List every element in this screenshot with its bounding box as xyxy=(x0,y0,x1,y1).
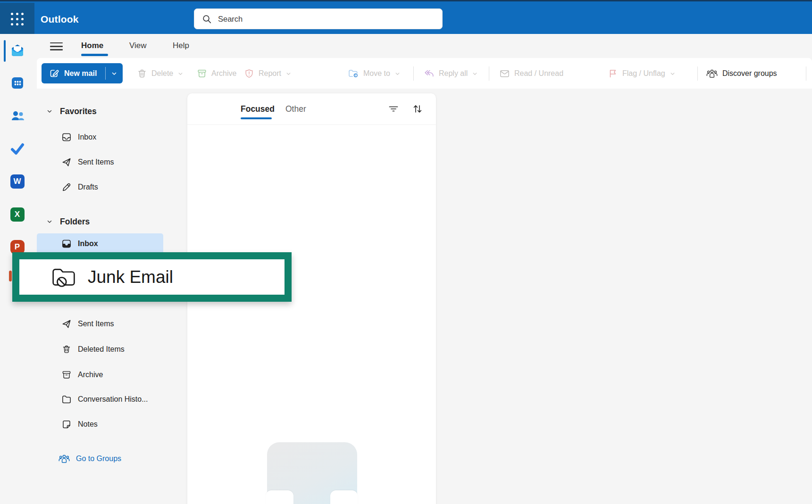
drafts-pen-icon xyxy=(61,182,72,192)
active-tab-underline xyxy=(81,54,108,56)
toolbar-divider xyxy=(413,66,414,81)
hamburger-icon xyxy=(50,42,63,50)
app-title: Outlook xyxy=(41,3,79,35)
rail-item-people[interactable] xyxy=(0,108,34,124)
archive-icon xyxy=(197,68,207,79)
folders-item-conversation-history[interactable]: Conversation Histo... xyxy=(61,392,148,406)
compose-icon xyxy=(49,68,59,78)
move-to-button[interactable]: Move to xyxy=(342,64,406,83)
folders-item-notes[interactable]: Notes xyxy=(61,417,98,431)
partially-hidden-app-icon xyxy=(9,271,12,281)
app-launcher-button[interactable] xyxy=(0,3,34,35)
search-icon xyxy=(202,14,212,24)
chevron-down-icon xyxy=(46,218,53,225)
todo-check-icon xyxy=(10,143,25,155)
junk-email-folder-icon xyxy=(51,267,76,288)
folders-item-archive[interactable]: Archive xyxy=(61,368,103,382)
command-toolbar: New mail Delete Archiv xyxy=(37,58,812,89)
rail-item-excel[interactable]: X xyxy=(0,207,34,223)
reply-all-button[interactable]: Reply all xyxy=(418,64,484,83)
new-mail-split-button: New mail xyxy=(42,63,123,83)
calendar-icon xyxy=(10,76,25,90)
empty-mailbox-tray-left xyxy=(266,490,293,504)
read-unread-envelope-icon xyxy=(499,68,510,79)
nav-menu-button[interactable] xyxy=(50,42,63,50)
search-input[interactable] xyxy=(217,14,435,24)
toolbar-divider xyxy=(697,66,698,81)
filter-button[interactable] xyxy=(388,103,399,115)
chevron-down-icon xyxy=(285,71,292,77)
toolbar-divider xyxy=(806,66,806,81)
tab-other[interactable]: Other xyxy=(285,104,306,114)
read-unread-button[interactable]: Read / Unread xyxy=(494,64,569,83)
favorites-section-header[interactable]: Favorites xyxy=(46,105,97,117)
sort-arrows-icon xyxy=(412,103,423,115)
chevron-down-icon xyxy=(111,70,117,77)
chevron-down-icon xyxy=(472,71,478,77)
empty-mailbox-tray-right xyxy=(330,490,358,504)
go-to-groups-link[interactable]: Go to Groups xyxy=(58,452,121,466)
top-app-bar: Outlook xyxy=(0,0,812,34)
waffle-icon xyxy=(11,13,24,25)
flag-icon xyxy=(608,68,618,79)
inbox-icon xyxy=(61,132,72,142)
sort-button[interactable] xyxy=(412,103,423,115)
chevron-down-icon xyxy=(177,71,184,77)
delete-button[interactable]: Delete xyxy=(131,64,189,83)
word-icon: W xyxy=(10,174,25,189)
send-icon xyxy=(61,157,72,167)
move-to-folder-icon xyxy=(348,68,359,79)
trash-icon xyxy=(137,68,147,79)
rail-item-word[interactable]: W xyxy=(0,174,34,190)
chevron-down-icon xyxy=(670,71,676,77)
favorites-item-drafts[interactable]: Drafts xyxy=(61,180,98,194)
favorites-item-sent-items[interactable]: Sent Items xyxy=(61,155,114,169)
new-mail-button[interactable]: New mail xyxy=(42,63,105,83)
trash-icon xyxy=(61,344,72,355)
new-mail-dropdown-button[interactable] xyxy=(106,63,123,83)
rail-item-calendar[interactable] xyxy=(0,75,34,91)
toolbar-divider xyxy=(489,66,489,81)
report-shield-icon xyxy=(244,68,254,79)
excel-icon: X xyxy=(10,207,25,222)
tab-focused[interactable]: Focused xyxy=(241,104,275,114)
flag-unflag-button[interactable]: Flag / Unflag xyxy=(602,64,681,83)
folders-item-deleted-items[interactable]: Deleted Items xyxy=(61,342,125,356)
report-button[interactable]: Report xyxy=(238,64,297,83)
note-icon xyxy=(61,419,72,430)
archive-icon xyxy=(61,370,72,380)
rail-item-mail[interactable] xyxy=(0,42,34,58)
junk-email-label: Junk Email xyxy=(88,267,173,287)
discover-groups-button[interactable]: Discover groups xyxy=(700,64,783,83)
chevron-down-icon xyxy=(394,71,401,77)
chevron-down-icon xyxy=(46,108,53,115)
tab-home[interactable]: Home xyxy=(81,41,103,50)
people-icon xyxy=(10,109,25,123)
message-list-header: Focused Other xyxy=(187,93,436,125)
people-group-icon xyxy=(58,454,70,464)
tab-view[interactable]: View xyxy=(129,41,147,50)
search-box[interactable] xyxy=(194,8,443,29)
inbox-filled-icon xyxy=(61,239,72,249)
junk-email-highlight-box: Junk Email xyxy=(12,252,292,302)
folders-section-header[interactable]: Folders xyxy=(46,215,90,228)
outlook-mail-icon xyxy=(10,43,25,58)
rail-item-todo[interactable] xyxy=(0,141,34,157)
archive-button[interactable]: Archive xyxy=(191,64,242,83)
people-group-icon xyxy=(706,68,718,79)
focused-tab-underline xyxy=(241,117,272,119)
tab-help[interactable]: Help xyxy=(173,41,189,50)
folders-item-inbox[interactable]: Inbox xyxy=(61,237,98,251)
reply-all-icon xyxy=(424,69,435,78)
junk-email-folder-row[interactable]: Junk Email xyxy=(19,267,173,288)
folders-item-sent-items[interactable]: Sent Items xyxy=(61,317,114,331)
filter-icon xyxy=(388,104,399,114)
folder-icon xyxy=(61,394,72,405)
favorites-item-inbox[interactable]: Inbox xyxy=(61,130,96,144)
send-icon xyxy=(61,319,72,329)
